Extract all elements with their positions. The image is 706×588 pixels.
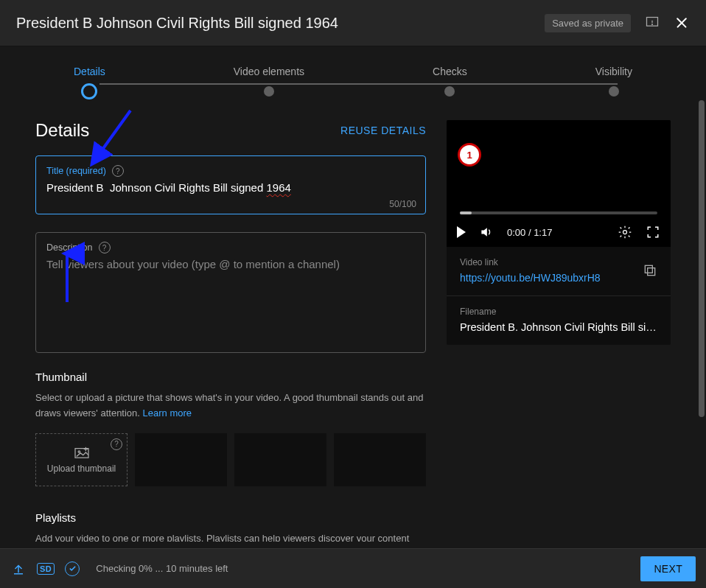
- step-video-elements[interactable]: Video elements: [234, 66, 304, 99]
- thumbnail-help-text: Select or upload a picture that shows wh…: [35, 392, 423, 419]
- details-header: Details REUSE DETAILS: [35, 120, 426, 141]
- step-checks[interactable]: Checks: [433, 66, 467, 99]
- title-input[interactable]: President B Johnson Civil Rights Bill si…: [46, 181, 415, 197]
- playlists-help: Add your video to one or more playlists.…: [35, 531, 426, 542]
- step-label: Checks: [433, 66, 467, 77]
- playlists-heading: Playlists: [35, 511, 426, 524]
- thumbnail-slot-3[interactable]: [334, 433, 426, 486]
- thumbnail-help: Select or upload a picture that shows wh…: [35, 391, 426, 421]
- svg-point-4: [78, 450, 80, 452]
- svg-point-2: [652, 24, 653, 25]
- dialog-footer: SD Checking 0% ... 10 minutes left NEXT: [0, 548, 706, 588]
- step-details[interactable]: Details: [74, 66, 105, 99]
- title-value-spell: 1964: [266, 181, 290, 194]
- filename-block: Filename President B. Johnson Civil Righ…: [447, 295, 671, 345]
- thumbnail-heading: Thumbnail: [35, 371, 426, 383]
- preview-column: 1 0:00 / 1:17: [447, 120, 671, 542]
- processing-status: Checking 0% ... 10 minutes left: [96, 563, 228, 574]
- reuse-details-button[interactable]: REUSE DETAILS: [340, 125, 426, 136]
- dialog-header: President B Johnson Civil Rights Bill si…: [0, 0, 706, 46]
- title-value-prefix: President B Johnson Civil Rights Bill si…: [46, 181, 266, 194]
- title-field-label: Title (required): [46, 166, 106, 176]
- filename-label: Filename: [460, 307, 657, 317]
- step-node: [81, 83, 97, 99]
- video-source-badge: 1: [460, 145, 479, 164]
- description-field[interactable]: Description ? Tell viewers about your vi…: [35, 232, 426, 353]
- volume-icon[interactable]: [479, 225, 494, 239]
- saved-status-badge: Saved as private: [545, 14, 631, 32]
- svg-rect-9: [645, 265, 652, 273]
- title-field-label-row: Title (required) ?: [46, 165, 415, 177]
- video-progress-track[interactable]: [460, 211, 657, 214]
- play-icon[interactable]: [457, 226, 466, 238]
- video-link-label: Video link: [460, 257, 601, 267]
- step-label: Details: [74, 66, 105, 77]
- copy-link-icon[interactable]: [643, 263, 657, 278]
- help-icon[interactable]: ?: [111, 438, 122, 450]
- description-field-label-row: Description ?: [46, 242, 415, 253]
- upload-status-icon[interactable]: [10, 561, 27, 577]
- next-button[interactable]: NEXT: [640, 556, 696, 581]
- svg-point-7: [623, 231, 627, 234]
- description-field-label: Description: [46, 242, 93, 253]
- filename-value: President B. Johnson Civil Rights Bill s…: [460, 321, 657, 333]
- step-visibility[interactable]: Visibility: [595, 66, 632, 99]
- close-icon[interactable]: [674, 15, 690, 31]
- step-node: [444, 86, 455, 97]
- header-actions: Saved as private: [545, 14, 690, 32]
- step-label: Visibility: [595, 66, 632, 77]
- step-node: [609, 86, 619, 97]
- details-column: Details REUSE DETAILS Title (required) ?…: [35, 120, 426, 542]
- video-controls: 0:00 / 1:17: [457, 225, 660, 239]
- video-player[interactable]: 1 0:00 / 1:17: [447, 120, 671, 247]
- content-area: Details REUSE DETAILS Title (required) ?…: [0, 99, 706, 542]
- video-preview-panel: 1 0:00 / 1:17: [447, 120, 671, 345]
- thumbnail-row: ? Upload thumbnail: [35, 433, 426, 486]
- step-node: [264, 86, 274, 97]
- stepper: Details Video elements Checks Visibility: [0, 46, 706, 99]
- video-link[interactable]: https://youtu.be/HWJ89ubxrH8: [460, 272, 601, 284]
- video-link-block: Video link https://youtu.be/HWJ89ubxrH8: [447, 247, 671, 295]
- details-heading: Details: [35, 120, 89, 141]
- svg-rect-8: [648, 268, 655, 276]
- image-upload-icon: [74, 446, 90, 459]
- sd-badge: SD: [37, 563, 55, 575]
- thumbnail-slot-1[interactable]: [135, 433, 227, 486]
- video-progress-fill: [460, 211, 472, 214]
- fullscreen-icon[interactable]: [646, 225, 660, 239]
- thumbnail-slot-2[interactable]: [234, 433, 326, 486]
- video-time: 0:00 / 1:17: [507, 227, 552, 238]
- scrollbar-thumb[interactable]: [699, 100, 705, 417]
- settings-gear-icon[interactable]: [618, 225, 632, 239]
- upload-thumbnail-button[interactable]: ? Upload thumbnail: [35, 433, 127, 486]
- title-field[interactable]: Title (required) ? President B Johnson C…: [35, 155, 426, 214]
- feedback-icon[interactable]: [644, 15, 660, 31]
- playlists-help-text: Add your video to one or more playlists.…: [35, 533, 409, 542]
- check-status-icon: [65, 561, 80, 576]
- description-input[interactable]: Tell viewers about your video (type @ to…: [46, 258, 415, 274]
- upload-thumbnail-label: Upload thumbnail: [47, 463, 116, 474]
- thumbnail-learn-more-link[interactable]: Learn more: [143, 407, 192, 419]
- help-icon[interactable]: ?: [99, 242, 111, 253]
- step-label: Video elements: [234, 66, 304, 77]
- stepper-track: [99, 83, 618, 85]
- dialog-title: President B Johnson Civil Rights Bill si…: [16, 15, 338, 32]
- title-char-counter: 50/100: [389, 199, 416, 209]
- help-icon[interactable]: ?: [112, 165, 124, 177]
